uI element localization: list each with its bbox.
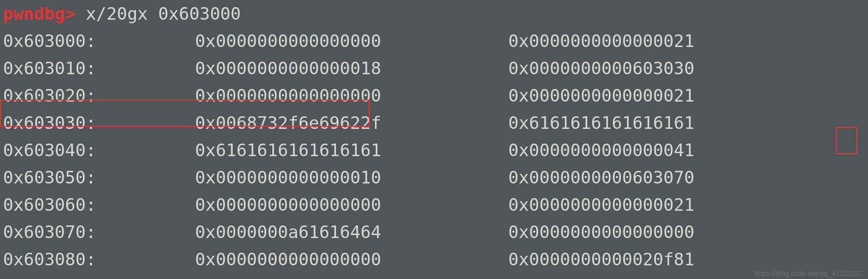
mem-address: 0x603070: (3, 218, 195, 246)
memory-row: 0x603070:0x0000000a616164640x00000000000… (3, 218, 865, 246)
memory-row: 0x603000:0x00000000000000000x00000000000… (3, 27, 865, 55)
mem-value-1: 0x0000000000000010 (195, 164, 508, 191)
watermark-text: https://blog.csdn.net/qq_41202237 (754, 270, 863, 277)
memory-row: 0x603060:0x00000000000000000x00000000000… (3, 191, 865, 218)
mem-value-1: 0x0000000000000000 (195, 82, 508, 109)
mem-value-2: 0x0000000000000021 (508, 191, 694, 218)
mem-value-2: 0x0000000000603070 (508, 164, 694, 191)
mem-address: 0x603050: (3, 164, 195, 191)
mem-value-1: 0x0000000000000000 (195, 27, 508, 55)
mem-value-2: 0x0000000000000041 (508, 136, 694, 164)
memory-row: 0x603050:0x00000000000000100x00000000006… (3, 164, 865, 191)
terminal-output: pwndbg> x/20gx 0x603000 0x603000:0x00000… (0, 0, 868, 273)
mem-value-1: 0x0000000000000000 (195, 246, 508, 273)
mem-value-2: 0x0000000000000000 (508, 218, 694, 246)
mem-value-2: 0x0000000000000021 (508, 27, 694, 55)
memory-row: 0x603010:0x00000000000000180x00000000006… (3, 55, 865, 82)
mem-value-1: 0x0000000a61616464 (195, 218, 508, 246)
mem-address: 0x603060: (3, 191, 195, 218)
memory-row: 0x603040:0x61616161616161610x00000000000… (3, 136, 865, 164)
memory-row: 0x603080:0x00000000000000000x00000000000… (3, 246, 865, 273)
mem-value-1: 0x6161616161616161 (195, 136, 508, 164)
mem-value-2: 0x6161616161616161 (508, 109, 694, 136)
mem-address: 0x603040: (3, 136, 195, 164)
mem-value-1: 0x0000000000000018 (195, 55, 508, 82)
mem-address: 0x603010: (3, 55, 195, 82)
command-line[interactable]: pwndbg> x/20gx 0x603000 (3, 0, 865, 27)
mem-address: 0x603080: (3, 246, 195, 273)
mem-address: 0x603020: (3, 82, 195, 109)
mem-address: 0x603030: (3, 109, 195, 136)
prompt: pwndbg> (3, 4, 75, 24)
mem-value-1: 0x0000000000000000 (195, 191, 508, 218)
mem-value-2: 0x0000000000020f81 (508, 246, 694, 273)
command-text: x/20gx 0x603000 (75, 4, 241, 24)
memory-row: 0x603030:0x0068732f6e69622f0x61616161616… (3, 109, 865, 136)
mem-value-1: 0x0068732f6e69622f (195, 109, 508, 136)
mem-value-2: 0x0000000000000021 (508, 82, 694, 109)
mem-address: 0x603000: (3, 27, 195, 55)
memory-row: 0x603020:0x00000000000000000x00000000000… (3, 82, 865, 109)
mem-value-2: 0x0000000000603030 (508, 55, 694, 82)
